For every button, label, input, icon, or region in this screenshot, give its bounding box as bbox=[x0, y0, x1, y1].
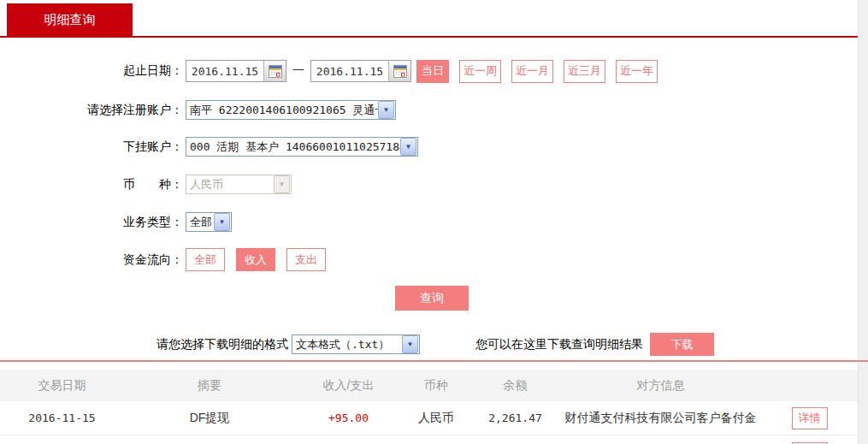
calendar-icon bbox=[393, 65, 407, 78]
date-range-label: 起止日期： bbox=[0, 63, 183, 79]
currency-select: 人民币 ▼ bbox=[186, 175, 292, 194]
chevron-down-icon: ▼ bbox=[378, 101, 394, 119]
header-balance: 余额 bbox=[470, 378, 560, 394]
start-date-input[interactable]: 2016.11.15 bbox=[186, 60, 286, 82]
chevron-down-icon: ▼ bbox=[402, 335, 418, 353]
quick-range-year-button[interactable]: 近一年 bbox=[616, 60, 658, 83]
fund-flow-all-button[interactable]: 全部 bbox=[186, 248, 225, 271]
quick-range-week-button[interactable]: 近一周 bbox=[459, 60, 501, 83]
fund-flow-row: 资金流向： 全部 收入 支出 bbox=[0, 248, 337, 271]
table-row: 2016-11-15 DF提现 +95.00 人民币 2,261.47 财付通支… bbox=[0, 401, 858, 435]
table-row-partial: 详情 bbox=[0, 436, 858, 444]
chevron-down-icon: ▼ bbox=[274, 175, 290, 193]
download-hint-text: 您可以在这里下载查询明细结果 bbox=[475, 337, 643, 352]
start-date-value: 2016.11.15 bbox=[186, 65, 263, 78]
table-top-divider bbox=[0, 360, 868, 362]
download-button[interactable]: 下载 bbox=[650, 333, 714, 356]
register-account-row: 请选择注册账户： 南平 6222001406100921065 灵通卡 ▼ bbox=[0, 100, 396, 120]
tab-underline bbox=[0, 36, 858, 38]
cell-transaction-date: 2016-11-15 bbox=[0, 411, 124, 424]
fund-flow-income-button[interactable]: 收入 bbox=[236, 248, 275, 271]
cell-counterparty: 财付通支付科技有限公司客户备付金 bbox=[560, 411, 761, 426]
table-header-row: 交易日期 摘要 收入/支出 币种 余额 对方信息 bbox=[0, 370, 858, 401]
header-income-expense: 收入/支出 bbox=[295, 378, 402, 394]
sub-account-select[interactable]: 000 活期 基本户 1406600101102571848 ▼ bbox=[186, 137, 418, 157]
download-row: 请您选择下载明细的格式 文本格式（.txt） ▼ 您可以在这里下载查询明细结果 … bbox=[156, 333, 714, 356]
date-range-row: 起止日期： 2016.11.15 一 2016.11.15 bbox=[0, 59, 658, 83]
end-date-input[interactable]: 2016.11.15 bbox=[310, 60, 411, 82]
sub-account-label: 下挂账户： bbox=[0, 139, 183, 155]
fund-flow-label: 资金流向： bbox=[0, 252, 183, 268]
quick-range-today-button[interactable]: 当日 bbox=[416, 60, 449, 83]
register-account-label: 请选择注册账户： bbox=[0, 103, 183, 118]
start-date-calendar-button[interactable] bbox=[263, 61, 286, 81]
business-type-select[interactable]: 全部 ▼ bbox=[186, 212, 232, 232]
business-type-value: 全部 bbox=[186, 215, 214, 230]
currency-value: 人民币 bbox=[186, 177, 274, 192]
cell-summary: DF提现 bbox=[124, 411, 295, 426]
query-button[interactable]: 查询 bbox=[395, 286, 469, 311]
tab-label: 明细查询 bbox=[44, 12, 96, 28]
calendar-icon bbox=[269, 65, 282, 78]
register-account-select[interactable]: 南平 6222001406100921065 灵通卡 ▼ bbox=[186, 100, 396, 120]
header-summary: 摘要 bbox=[124, 378, 295, 394]
currency-row: 币 种： 人民币 ▼ bbox=[0, 175, 292, 194]
business-type-row: 业务类型： 全部 ▼ bbox=[0, 212, 232, 232]
end-date-value: 2016.11.15 bbox=[311, 65, 388, 78]
chevron-down-icon: ▼ bbox=[400, 138, 416, 156]
fund-flow-expense-button[interactable]: 支出 bbox=[286, 248, 326, 271]
cell-balance: 2,261.47 bbox=[470, 411, 560, 424]
sub-account-value: 000 活期 基本户 1406600101102571848 bbox=[186, 139, 400, 155]
header-currency: 币种 bbox=[402, 378, 470, 394]
download-format-label: 请您选择下载明细的格式 bbox=[156, 337, 288, 352]
date-separator: 一 bbox=[292, 63, 304, 79]
cell-currency: 人民币 bbox=[402, 411, 470, 426]
chevron-down-icon: ▼ bbox=[214, 213, 230, 231]
currency-label: 币 种： bbox=[0, 177, 183, 192]
end-date-calendar-button[interactable] bbox=[388, 61, 410, 81]
download-format-value: 文本格式（.txt） bbox=[292, 337, 402, 352]
quick-range-quarter-button[interactable]: 近三月 bbox=[564, 60, 605, 83]
business-type-label: 业务类型： bbox=[0, 215, 183, 230]
cell-income-expense: +95.00 bbox=[295, 411, 402, 424]
detail-button[interactable]: 详情 bbox=[792, 407, 828, 429]
header-counterparty: 对方信息 bbox=[560, 378, 761, 394]
register-account-value: 南平 6222001406100921065 灵通卡 bbox=[186, 103, 378, 118]
tab-detail-query[interactable]: 明细查询 bbox=[7, 3, 133, 36]
download-format-select[interactable]: 文本格式（.txt） ▼ bbox=[292, 334, 420, 354]
page-background-strip bbox=[858, 0, 868, 444]
sub-account-row: 下挂账户： 000 活期 基本户 1406600101102571848 ▼ bbox=[0, 137, 418, 157]
header-transaction-date: 交易日期 bbox=[0, 378, 124, 394]
quick-range-month-button[interactable]: 近一月 bbox=[511, 60, 553, 83]
